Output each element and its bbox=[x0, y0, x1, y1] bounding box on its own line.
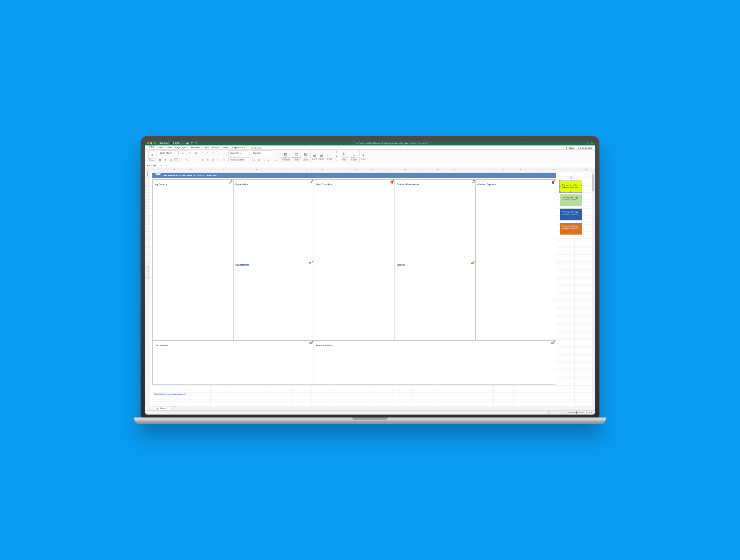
maximize-icon[interactable] bbox=[154, 142, 156, 144]
number-format-select[interactable]: General bbox=[252, 150, 272, 155]
tab-insert[interactable]: Insert bbox=[157, 146, 163, 149]
indent-dec-icon[interactable]: ⇤ bbox=[216, 158, 220, 162]
sheet-tab-canvas[interactable]: 🔒 Canvas bbox=[153, 407, 170, 410]
canvas-value-proposition[interactable]: Value Proposition 🎁 bbox=[314, 180, 394, 340]
postit-blue[interactable]: This is a post-it. Copy and paste on can… bbox=[560, 209, 582, 220]
col-header[interactable]: Q bbox=[413, 168, 430, 171]
col-header[interactable]: J bbox=[298, 168, 315, 171]
conditional-formatting-icon[interactable]: ▦ bbox=[283, 152, 287, 156]
tab-data[interactable]: Data bbox=[204, 146, 209, 149]
canvas-cost-structure[interactable]: Cost Structure bbox=[153, 340, 314, 385]
postit-yellow[interactable]: This is a post-it. Copy and paste on can… bbox=[560, 180, 582, 192]
view-page-break-icon[interactable] bbox=[559, 411, 563, 414]
zoom-slider[interactable] bbox=[568, 412, 584, 413]
format-cells-icon[interactable]: ▭ bbox=[327, 153, 331, 157]
col-header[interactable]: X bbox=[529, 168, 545, 171]
sheet-nav-next-icon[interactable]: ▸ bbox=[150, 407, 151, 409]
tab-page-layout[interactable]: Page Layout bbox=[175, 146, 188, 149]
indent-inc-icon[interactable]: ⇥ bbox=[221, 158, 225, 162]
col-header[interactable]: Z bbox=[562, 168, 578, 171]
tab-formulas[interactable]: Formulas bbox=[191, 146, 200, 149]
search-icon[interactable]: ⌕ bbox=[587, 142, 588, 144]
save-icon[interactable]: 💾 bbox=[186, 142, 189, 144]
dec-decimal-icon[interactable]: ←.0 bbox=[273, 158, 277, 162]
sort-filter-icon[interactable]: ⇅ bbox=[343, 152, 346, 156]
zoom-in-icon[interactable]: + bbox=[586, 412, 587, 414]
col-header[interactable]: V bbox=[496, 168, 512, 171]
postit-orange[interactable]: This is a post-it. Copy and paste on can… bbox=[560, 223, 582, 235]
name-box[interactable]: Rectangle ▾ bbox=[145, 163, 164, 167]
align-center-icon[interactable]: ≡ bbox=[205, 158, 210, 162]
col-header[interactable]: W bbox=[512, 168, 529, 171]
align-middle-icon[interactable]: ≡ bbox=[205, 150, 210, 154]
insert-cells-icon[interactable]: ⊞ bbox=[312, 153, 316, 157]
col-header[interactable]: G bbox=[249, 168, 266, 171]
canvas-key-partners[interactable]: Key Partners 🔗 bbox=[153, 180, 233, 340]
postit-green[interactable]: This is a post-it. Copy and paste on can… bbox=[560, 195, 582, 206]
tab-shape-format[interactable]: Shape Format bbox=[231, 146, 246, 149]
account-icon[interactable]: ☺ bbox=[591, 142, 593, 144]
underline-button[interactable]: U bbox=[169, 158, 173, 162]
col-header[interactable]: M bbox=[348, 168, 364, 171]
cell-styles-icon[interactable]: ▧ bbox=[304, 152, 308, 156]
canvas-channels[interactable]: Channels 🚚 bbox=[395, 260, 475, 340]
align-left-icon[interactable]: ≡ bbox=[200, 158, 204, 162]
minimize-icon[interactable] bbox=[150, 142, 152, 144]
fx-label[interactable]: fx bbox=[164, 164, 170, 166]
zoom-out-icon[interactable]: − bbox=[565, 412, 566, 414]
col-header[interactable]: B bbox=[167, 168, 183, 171]
col-header[interactable]: O bbox=[381, 168, 397, 171]
redo-icon[interactable]: ↷ bbox=[195, 142, 197, 144]
toggle-icon[interactable] bbox=[170, 142, 175, 144]
font-name-select[interactable]: Calibri (Body) bbox=[158, 150, 179, 155]
tab-view[interactable]: View bbox=[223, 146, 228, 149]
close-icon[interactable] bbox=[147, 142, 149, 144]
col-header[interactable]: L bbox=[331, 168, 348, 171]
autosum-icon[interactable]: Σ bbox=[335, 150, 339, 154]
fill-icon[interactable]: ▾ bbox=[335, 154, 339, 158]
cell-grid[interactable]: THE BUSINESS MODEL ANALYST - EXCEL TEMPL… bbox=[150, 172, 595, 406]
merge-center-button[interactable]: Merge & Center bbox=[228, 157, 249, 162]
font-size-select[interactable]: 11 bbox=[180, 150, 187, 155]
tab-draw[interactable]: Draw bbox=[167, 146, 172, 149]
inc-decimal-icon[interactable]: .0→ bbox=[268, 158, 272, 162]
format-as-table-icon[interactable]: ▤ bbox=[295, 152, 298, 156]
italic-button[interactable]: I bbox=[163, 158, 167, 162]
col-header[interactable]: C bbox=[183, 168, 200, 171]
align-top-icon[interactable]: ≡ bbox=[200, 150, 204, 154]
canvas-revenue-streams[interactable]: Revenue Streams bbox=[314, 340, 556, 385]
home-icon[interactable]: ⌂ bbox=[182, 142, 184, 144]
comma-icon[interactable]: , bbox=[262, 158, 266, 162]
increase-font-icon[interactable]: A↑ bbox=[188, 151, 192, 155]
column-headers[interactable]: ABCDEFGHIJKLMNOPQRSTUVWXYZAA bbox=[150, 168, 595, 172]
border-button[interactable] bbox=[174, 158, 178, 162]
bold-button[interactable]: B bbox=[158, 158, 162, 162]
vertical-scrollbar[interactable] bbox=[592, 172, 595, 406]
orientation-icon[interactable]: ⤹ bbox=[216, 150, 220, 154]
col-header[interactable]: F bbox=[233, 168, 249, 171]
select-all-corner[interactable] bbox=[145, 168, 150, 172]
decrease-font-icon[interactable]: A↓ bbox=[193, 151, 198, 155]
scrollbar-thumb[interactable] bbox=[592, 174, 594, 192]
col-header[interactable]: R bbox=[430, 168, 447, 171]
col-header[interactable]: H bbox=[266, 168, 282, 171]
clear-icon[interactable]: ◇ bbox=[335, 159, 339, 163]
row-headers[interactable]: 1235657585960616263 bbox=[145, 168, 150, 406]
col-header[interactable]: I bbox=[282, 168, 298, 171]
tab-home[interactable]: Home bbox=[148, 145, 154, 149]
tab-review[interactable]: Review bbox=[212, 146, 220, 149]
currency-icon[interactable]: $ bbox=[252, 158, 256, 162]
col-header[interactable]: P bbox=[397, 168, 414, 171]
font-color-button[interactable]: A bbox=[185, 158, 189, 162]
view-normal-icon[interactable] bbox=[547, 411, 551, 414]
window-controls[interactable] bbox=[147, 142, 156, 144]
col-header[interactable]: N bbox=[364, 168, 381, 171]
col-header[interactable]: T bbox=[463, 168, 479, 171]
col-header[interactable]: K bbox=[315, 168, 331, 171]
share-button[interactable]: ⇪ Share bbox=[566, 147, 575, 149]
canvas-key-activities[interactable]: Key Activities ⚑ bbox=[233, 180, 314, 260]
col-header[interactable]: D bbox=[199, 168, 216, 171]
col-header[interactable]: E bbox=[216, 168, 233, 171]
col-header[interactable]: U bbox=[479, 168, 496, 171]
row-header[interactable]: 63 bbox=[145, 277, 150, 279]
